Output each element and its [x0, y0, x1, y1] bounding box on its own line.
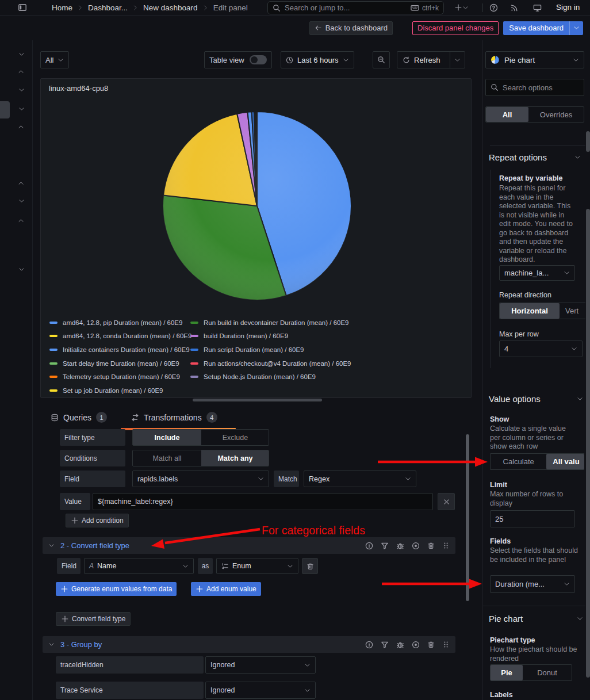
options-scrollbar[interactable] [586, 209, 590, 678]
search-input[interactable]: Search or jump to... ctrl+k [267, 1, 444, 14]
dock-menu-icon[interactable] [15, 1, 30, 14]
chevron-down-icon[interactable] [48, 641, 55, 648]
table-view-toggle[interactable]: Table view [204, 51, 272, 68]
active-nav-item[interactable] [0, 101, 10, 118]
info-icon[interactable] [365, 641, 373, 649]
transformations-scrollbar[interactable] [466, 434, 469, 601]
add-new-button[interactable] [450, 1, 472, 14]
add-condition-button[interactable]: Add condition [66, 514, 129, 527]
add-convert-field-type-button[interactable]: Convert field type [56, 612, 131, 626]
limit-input[interactable]: 25 [490, 510, 575, 527]
legend-item[interactable]: Run actions/checkout@v4 Duration (mean) … [190, 357, 331, 370]
generate-enum-button[interactable]: Generate enum values from data [56, 582, 177, 596]
sign-in-link[interactable]: Sign in [556, 3, 580, 12]
repeat-variable-select[interactable]: machine_la... [499, 265, 575, 281]
add-enum-value-button[interactable]: Add enum value [191, 582, 261, 596]
legend-item[interactable]: Start delay time Duration (mean) / 60E9 [49, 357, 190, 370]
trash-icon[interactable] [427, 641, 435, 649]
section-repeat-options[interactable]: Repeat options [489, 152, 581, 162]
fields-select[interactable]: Duration (me... [490, 575, 575, 593]
breadcrumb-new-dashboard[interactable]: New dashboard [143, 3, 198, 12]
pie-option[interactable]: Pie [491, 665, 523, 680]
delete-conversion-button[interactable] [302, 558, 318, 574]
convert-type-select[interactable]: Enum [216, 558, 298, 574]
filter-icon[interactable] [381, 641, 389, 649]
include-option[interactable]: Include [133, 430, 201, 445]
rail-chevron-down-icon[interactable] [17, 265, 25, 273]
rail-chevron-up-icon[interactable] [17, 123, 25, 131]
match-select[interactable]: Regex [304, 471, 416, 487]
zoom-out-time-button[interactable] [373, 51, 390, 68]
tab-transformations[interactable]: Transformations 4 [131, 412, 217, 423]
save-dashboard-caret[interactable] [569, 21, 583, 35]
rail-chevron-down-icon[interactable] [17, 105, 25, 113]
save-dashboard-button[interactable]: Save dashboard [503, 21, 583, 35]
chevron-down-icon[interactable] [48, 542, 55, 549]
info-icon[interactable] [365, 542, 373, 550]
scope-overrides-option[interactable]: Overrides [528, 107, 584, 122]
legend-item[interactable]: amd64, 12.8, pip Duration (mean) / 60E9 [49, 316, 190, 330]
toggle-switch[interactable] [250, 55, 267, 64]
visualization-picker[interactable]: Pie chart [485, 51, 584, 68]
rail-chevron-down-icon[interactable] [17, 86, 25, 94]
legend-item[interactable]: Setup Node.js Duration (mean) / 60E9 [190, 370, 331, 384]
rail-chevron-up-icon[interactable] [17, 217, 25, 225]
filter-icon[interactable] [381, 542, 389, 550]
eye-icon[interactable] [412, 542, 420, 550]
refresh-interval-caret[interactable] [450, 52, 465, 68]
max-per-row-select[interactable]: 4 [499, 341, 583, 357]
variable-dropdown[interactable]: All [40, 51, 69, 68]
legend-item[interactable]: Run build in devcontainer Duration (mean… [190, 316, 331, 330]
horizontal-option[interactable]: Horizontal [500, 303, 560, 319]
drag-handle-icon[interactable] [442, 641, 450, 649]
debug-icon[interactable] [396, 641, 404, 649]
exclude-option[interactable]: Exclude [201, 430, 269, 445]
legend-item[interactable]: amd64, 12.8, conda Duration (mean) / 60E… [49, 330, 190, 343]
breadcrumb-home[interactable]: Home [52, 3, 72, 12]
all-values-option[interactable]: All valu [546, 454, 584, 469]
match-all-option[interactable]: Match all [133, 450, 201, 466]
discard-panel-changes-button[interactable]: Discard panel changes [412, 21, 499, 35]
rail-chevron-up-icon[interactable] [17, 179, 25, 188]
rail-chevron-down-icon[interactable] [17, 197, 25, 205]
legend-item[interactable]: Set up job Duration (mean) / 60E9 [49, 384, 190, 397]
pie-slice[interactable]: Set up job Duration (mean) / 60E9: 0.1 [256, 112, 257, 206]
remove-condition-button[interactable] [438, 493, 455, 510]
group-by-mode-select[interactable]: Ignored [205, 682, 316, 699]
group-by-mode-select[interactable]: Ignored [205, 656, 316, 674]
refresh-button[interactable]: Refresh [397, 51, 465, 68]
drag-handle-icon[interactable] [442, 542, 450, 550]
calculate-option[interactable]: Calculate [491, 454, 546, 469]
section-value-options[interactable]: Value options [489, 394, 583, 404]
rail-chevron-up-icon[interactable] [17, 68, 25, 76]
donut-option[interactable]: Donut [523, 665, 572, 680]
back-to-dashboard-button[interactable]: Back to dashboard [309, 21, 393, 35]
tv-mode-button[interactable] [530, 1, 545, 14]
field-select[interactable]: rapids.labels [132, 471, 269, 487]
tab-queries[interactable]: Queries 1 [51, 412, 107, 423]
breadcrumb-dashboard[interactable]: Dashboar... [88, 3, 128, 12]
value-input[interactable]: ${machine_label:regex} [93, 493, 433, 510]
search-options-input[interactable]: Search options [485, 79, 584, 96]
match-any-option[interactable]: Match any [201, 450, 269, 466]
time-range-picker[interactable]: Last 6 hours [281, 51, 354, 68]
convert-field-select[interactable]: A Name [84, 558, 194, 574]
scrollbar-thumb[interactable] [586, 131, 590, 152]
panel-title[interactable]: linux-amd64-cpu8 [49, 84, 108, 93]
legend-item[interactable]: Telemetry setup Duration (mean) / 60E9 [49, 370, 190, 384]
legend-item[interactable]: Initialize containers Duration (mean) / … [49, 343, 190, 357]
vertical-option[interactable]: Vert [560, 303, 585, 319]
transformation-2-title[interactable]: 2 - Convert field type [60, 541, 359, 550]
transformation-3-title[interactable]: 3 - Group by [60, 640, 359, 649]
legend-item[interactable]: build Duration (mean) / 60E9 [190, 330, 331, 343]
legend-item[interactable]: Run script Duration (mean) / 60E9 [190, 343, 331, 357]
rail-chevron-down-icon[interactable] [17, 50, 25, 58]
pane-resize-handle[interactable] [193, 399, 322, 401]
pie-chart[interactable]: amd64, 12.8, pip Duration (mean) / 60E9:… [162, 110, 353, 301]
debug-icon[interactable] [396, 542, 404, 550]
eye-icon[interactable] [412, 641, 420, 649]
section-pie-chart[interactable]: Pie chart [489, 614, 583, 624]
scope-all-option[interactable]: All [486, 107, 528, 122]
news-button[interactable] [507, 1, 522, 14]
trash-icon[interactable] [427, 542, 435, 550]
